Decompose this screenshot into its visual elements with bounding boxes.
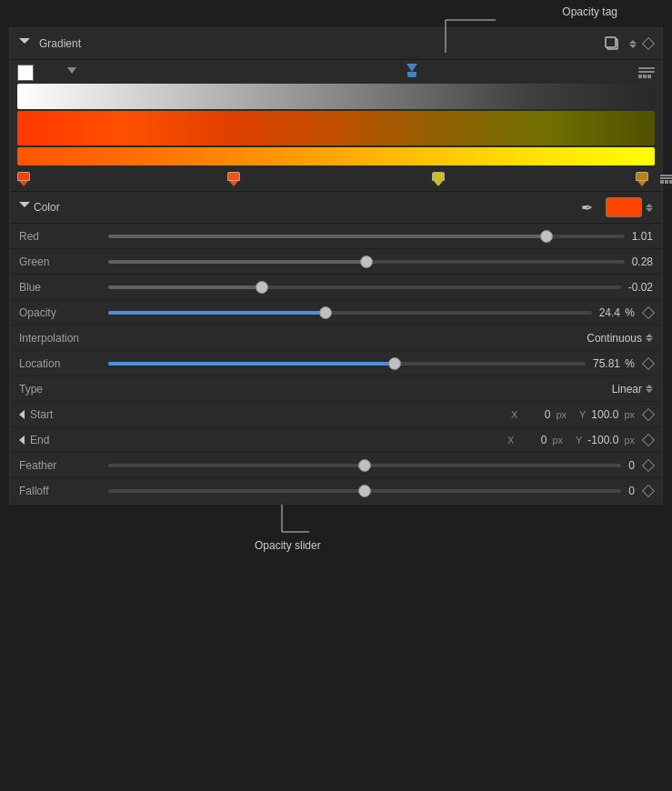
gradient-panel: Gradient bbox=[9, 27, 663, 505]
gradient-section-header: Gradient bbox=[10, 28, 662, 60]
start-coords: X 0 px Y 100.0 px bbox=[511, 408, 635, 421]
end-collapse-arrow[interactable] bbox=[19, 436, 25, 445]
opacity-thumb[interactable] bbox=[319, 306, 332, 319]
stop-marker-left[interactable] bbox=[67, 67, 76, 74]
type-row: Type Linear bbox=[10, 376, 662, 402]
opacity-stops-track bbox=[37, 64, 633, 82]
opacity-value: 24.4 % bbox=[599, 306, 635, 319]
type-value: Linear bbox=[612, 383, 642, 396]
location-label: Location bbox=[19, 357, 101, 370]
interpolation-label: Interpolation bbox=[19, 332, 101, 345]
feather-thumb[interactable] bbox=[358, 459, 371, 472]
start-x-label: X bbox=[511, 409, 517, 420]
svg-rect-3 bbox=[606, 37, 616, 47]
location-slider[interactable] bbox=[108, 362, 586, 365]
red-slider[interactable] bbox=[108, 235, 625, 238]
order-arrows[interactable] bbox=[629, 40, 637, 48]
interpolation-value: Continuous bbox=[587, 332, 642, 345]
start-expand[interactable]: Start bbox=[19, 408, 92, 421]
color-stop-3[interactable] bbox=[636, 172, 648, 186]
start-x-value[interactable]: 0 bbox=[523, 408, 550, 421]
end-expand[interactable]: End bbox=[19, 434, 92, 446]
falloff-label: Falloff bbox=[19, 485, 101, 497]
gradient-label: Gradient bbox=[39, 37, 81, 50]
start-collapse-arrow[interactable] bbox=[19, 410, 25, 419]
falloff-slider[interactable] bbox=[108, 489, 621, 493]
feather-slider[interactable] bbox=[108, 464, 621, 467]
gradient-controls bbox=[602, 34, 653, 54]
blue-thumb[interactable] bbox=[256, 281, 268, 294]
start-y-unit: px bbox=[624, 409, 635, 420]
white-color-swatch[interactable] bbox=[17, 65, 34, 81]
opacity-slider-label: Opacity slider bbox=[255, 539, 321, 552]
location-value: 75.81 % bbox=[593, 357, 635, 370]
falloff-value: 0 bbox=[628, 485, 635, 497]
red-value: 1.01 bbox=[632, 230, 653, 243]
end-y-value[interactable]: -100.0 bbox=[587, 434, 618, 446]
interpolation-row: Interpolation Continuous bbox=[10, 325, 662, 351]
start-y-value[interactable]: 100.0 bbox=[591, 408, 618, 421]
feather-label: Feather bbox=[19, 459, 101, 472]
falloff-keyframe[interactable] bbox=[642, 484, 655, 496]
end-label: End bbox=[30, 434, 49, 446]
opacity-label: Opacity bbox=[19, 306, 101, 319]
end-keyframe[interactable] bbox=[642, 433, 655, 446]
interpolation-select[interactable]: Continuous bbox=[587, 332, 653, 345]
blue-value: -0.02 bbox=[628, 281, 653, 294]
color-swatch[interactable] bbox=[606, 197, 642, 217]
start-keyframe[interactable] bbox=[642, 407, 655, 420]
green-thumb[interactable] bbox=[360, 255, 373, 268]
end-row: End X 0 px Y -100.0 px bbox=[10, 427, 662, 453]
location-keyframe[interactable] bbox=[642, 356, 655, 369]
start-y-label: Y bbox=[579, 409, 586, 420]
end-x-unit: px bbox=[552, 435, 563, 446]
color-stop-0[interactable] bbox=[17, 172, 30, 186]
color-section-header: Color ✒ bbox=[10, 192, 662, 224]
color-swatch-group[interactable] bbox=[606, 197, 653, 217]
red-thumb[interactable] bbox=[540, 230, 553, 243]
opacity-keyframe[interactable] bbox=[642, 305, 655, 318]
red-label: Red bbox=[19, 230, 101, 243]
end-y-label: Y bbox=[576, 435, 582, 446]
bottom-gradient-bar bbox=[17, 147, 655, 165]
color-gradient-bar bbox=[17, 111, 655, 145]
location-thumb[interactable] bbox=[388, 357, 401, 370]
keyframe-diamond[interactable] bbox=[642, 37, 655, 50]
gradient-collapse-arrow[interactable] bbox=[19, 38, 30, 48]
end-x-label: X bbox=[507, 435, 514, 446]
white-gradient-bar bbox=[17, 84, 655, 109]
color-stop-1[interactable] bbox=[227, 172, 240, 186]
pipette-icon[interactable]: ✒ bbox=[581, 199, 593, 216]
end-y-unit: px bbox=[624, 435, 635, 446]
green-value: 0.28 bbox=[632, 255, 653, 268]
opacity-row: Opacity 24.4 % bbox=[10, 300, 662, 325]
falloff-thumb[interactable] bbox=[358, 485, 371, 497]
color-stops-grid-icon[interactable] bbox=[660, 175, 672, 184]
green-slider[interactable] bbox=[108, 260, 625, 264]
feather-keyframe[interactable] bbox=[642, 458, 655, 471]
end-x-value[interactable]: 0 bbox=[519, 434, 547, 446]
type-select[interactable]: Linear bbox=[612, 383, 653, 396]
start-row: Start X 0 px Y 100.0 px bbox=[10, 402, 662, 427]
red-row: Red 1.01 bbox=[10, 224, 662, 249]
blue-slider[interactable] bbox=[108, 285, 621, 289]
gradient-title: Gradient bbox=[19, 37, 81, 50]
falloff-row: Falloff 0 bbox=[10, 478, 662, 504]
opacity-tag-marker[interactable] bbox=[406, 64, 417, 77]
feather-row: Feather 0 bbox=[10, 453, 662, 478]
type-label: Type bbox=[19, 383, 101, 396]
color-collapse-arrow[interactable] bbox=[19, 202, 30, 212]
opacity-slider[interactable] bbox=[108, 311, 592, 315]
blue-row: Blue -0.02 bbox=[10, 275, 662, 300]
duplicate-button[interactable] bbox=[602, 34, 622, 54]
color-stop-2[interactable] bbox=[432, 172, 445, 186]
green-label: Green bbox=[19, 255, 101, 268]
start-x-unit: px bbox=[556, 409, 567, 420]
color-label: Color bbox=[34, 201, 60, 214]
end-coords: X 0 px Y -100.0 px bbox=[507, 434, 635, 446]
location-row: Location 75.81 % bbox=[10, 351, 662, 376]
green-row: Green 0.28 bbox=[10, 249, 662, 275]
gradient-layers-icon[interactable] bbox=[638, 67, 655, 78]
blue-label: Blue bbox=[19, 281, 101, 294]
start-label: Start bbox=[30, 408, 53, 421]
